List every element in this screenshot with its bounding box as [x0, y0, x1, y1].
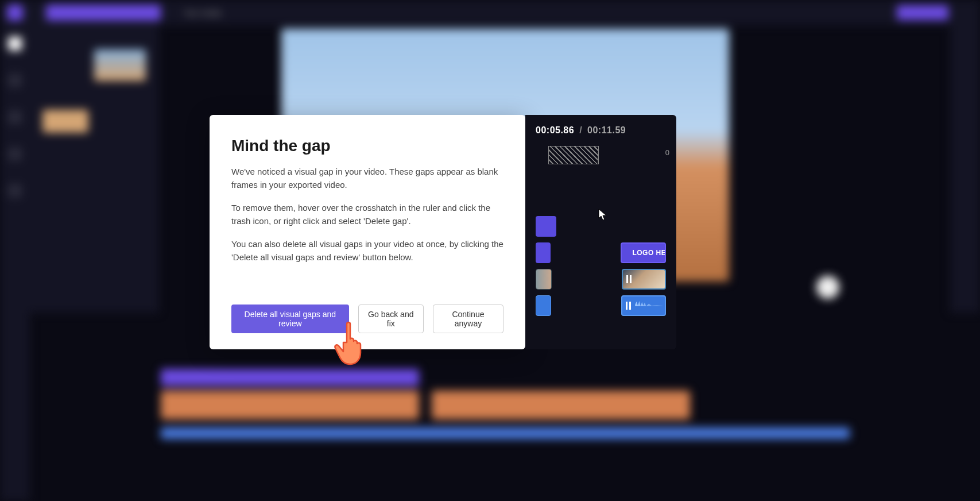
sidebar-media-icon — [8, 37, 22, 51]
timeline-clip — [432, 391, 690, 419]
pause-icon — [626, 275, 633, 283]
sidebar-icon — [8, 74, 22, 87]
breadcrumb-item: Your media — [184, 9, 221, 17]
media-thumbnail — [94, 49, 146, 81]
help-bubble-icon — [816, 276, 839, 299]
modal-body: We've noticed a visual gap in your video… — [231, 165, 503, 274]
timeline-clip — [161, 391, 419, 419]
pause-icon — [626, 302, 633, 310]
time-separator: / — [579, 125, 582, 135]
clip-text-fragment[interactable] — [536, 242, 551, 263]
left-sidebar — [0, 25, 30, 501]
time-display: 00:05.86 / 00:11.59 — [536, 125, 666, 136]
modal-paragraph: To remove them, hover over the crosshatc… — [231, 202, 503, 228]
ruler-tick-label: 0 — [665, 148, 669, 157]
modal-title: Mind the gap — [231, 137, 503, 155]
clip-video[interactable] — [622, 269, 666, 290]
hand-pointer-icon — [331, 319, 371, 368]
clip-audio-fragment[interactable] — [536, 295, 551, 316]
sidebar-icon — [8, 147, 22, 161]
media-thumbnail — [42, 110, 88, 133]
continue-anyway-button[interactable]: Continue anyway — [433, 305, 503, 333]
clip-text-fragment[interactable] — [536, 216, 556, 237]
timeline — [161, 369, 963, 484]
timeline-track — [161, 369, 419, 386]
modal-paragraph: You can also delete all visual gaps in y… — [231, 238, 503, 264]
ruler-tick — [598, 152, 598, 164]
top-nav-button — [46, 5, 161, 21]
cursor-arrow-icon — [598, 209, 607, 221]
right-sidebar — [950, 25, 980, 313]
time-total: 00:11.59 — [587, 125, 626, 135]
breadcrumb: Your media — [184, 9, 221, 17]
export-button — [897, 5, 948, 20]
clip-logo-label: LOGO HERE — [632, 249, 666, 257]
clip-video-fragment[interactable] — [536, 269, 552, 290]
modal-paragraph: We've noticed a visual gap in your video… — [231, 165, 503, 191]
sidebar-icon — [8, 184, 22, 198]
timeline-audio-track — [161, 427, 850, 439]
clip-logo[interactable]: LOGO HERE — [621, 242, 666, 263]
clip-audio[interactable] — [621, 295, 666, 316]
sidebar-icon — [8, 110, 22, 124]
top-bar: Your media — [0, 0, 980, 25]
gap-timeline-preview: 00:05.86 / 00:11.59 0 LOGO HERE — [525, 115, 676, 349]
media-panel — [30, 25, 159, 313]
gap-crosshatch-icon[interactable] — [548, 146, 599, 164]
app-logo-icon — [7, 5, 23, 21]
time-current: 00:05.86 — [536, 125, 574, 135]
gap-warning-modal: Mind the gap We've noticed a visual gap … — [210, 115, 525, 349]
